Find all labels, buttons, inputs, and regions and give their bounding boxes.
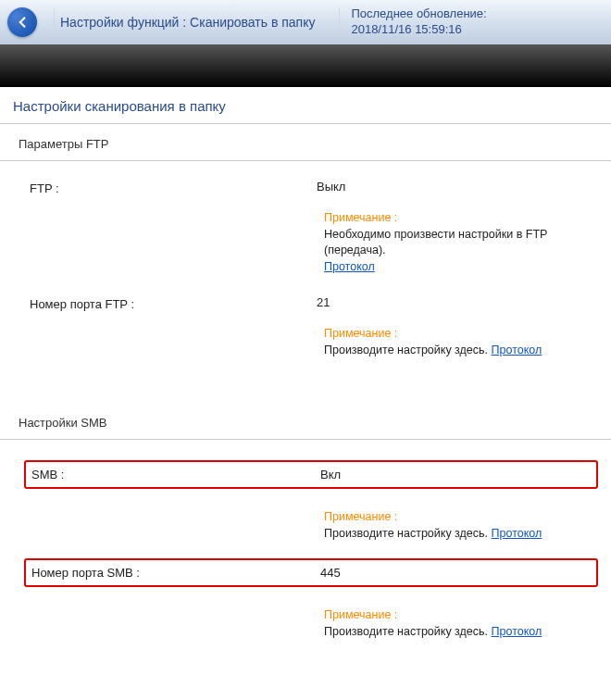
- defaults-section: Пар-ры функции по умолч. Примечание : Из…: [0, 684, 611, 700]
- arrow-left-icon: [14, 14, 31, 31]
- note-label: Примечание :: [324, 211, 397, 224]
- ftp-port-row: Номер порта FTP : 21: [0, 286, 611, 311]
- header-title: Настройки функций : Сканировать в папку: [60, 15, 333, 30]
- smb-section-title: Настройки SMB: [0, 403, 611, 440]
- note-label: Примечание :: [324, 327, 397, 340]
- smb-label: SMB :: [31, 468, 320, 481]
- separator: [54, 7, 55, 37]
- ftp-section-title: Параметры FTP: [0, 124, 611, 161]
- protocol-link[interactable]: Протокол: [492, 527, 542, 540]
- header-update: Последнее обновление: 2018/11/16 15:59:1…: [345, 6, 486, 38]
- separator: [339, 7, 340, 37]
- protocol-link[interactable]: Протокол: [492, 625, 542, 638]
- ftp-label: FTP :: [30, 180, 317, 195]
- back-button[interactable]: [7, 7, 37, 37]
- smb-row-highlight: SMB : Вкл: [24, 460, 598, 489]
- ftp-row: FTP : Выкл: [0, 161, 611, 195]
- protocol-link[interactable]: Протокол: [492, 344, 542, 356]
- note-text: Необходимо произвести настройки в FTP (п…: [324, 228, 547, 257]
- note-text: Производите настройку здесь.: [324, 625, 492, 638]
- smb-note: Примечание : Производите настройку здесь…: [0, 494, 611, 553]
- toolbar-dark: [0, 44, 611, 87]
- protocol-link[interactable]: Протокол: [324, 260, 375, 273]
- ftp-port-label: Номер порта FTP :: [30, 295, 317, 311]
- ftp-port-note: Примечание : Производите настройку здесь…: [0, 311, 611, 369]
- defaults-section-title: Пар-ры функции по умолч.: [0, 684, 611, 700]
- smb-port-note: Примечание : Производите настройку здесь…: [0, 593, 611, 651]
- smb-port-row-highlight: Номер порта SMB : 445: [24, 558, 598, 587]
- ftp-note: Примечание : Необходимо произвести настр…: [0, 195, 611, 286]
- update-label: Последнее обновление:: [351, 6, 486, 22]
- smb-port-value: 445: [320, 566, 341, 580]
- smb-value: Вкл: [320, 468, 341, 481]
- ftp-section: Параметры FTP FTP : Выкл Примечание : Не…: [0, 124, 611, 369]
- header-bar: Настройки функций : Сканировать в папку …: [0, 0, 611, 44]
- content: Настройки сканирования в папку Параметры…: [0, 87, 611, 700]
- note-label: Примечание :: [324, 510, 397, 523]
- update-time: 2018/11/16 15:59:16: [351, 22, 486, 38]
- note-text: Производите настройку здесь.: [324, 344, 492, 356]
- note-text: Производите настройку здесь.: [324, 527, 492, 540]
- page-title: Настройки сканирования в папку: [0, 87, 611, 124]
- smb-section: Настройки SMB SMB : Вкл Примечание : Про…: [0, 403, 611, 651]
- smb-port-label: Номер порта SMB :: [31, 566, 320, 580]
- ftp-value: Выкл: [317, 180, 345, 194]
- note-label: Примечание :: [324, 608, 397, 621]
- ftp-port-value: 21: [317, 295, 330, 309]
